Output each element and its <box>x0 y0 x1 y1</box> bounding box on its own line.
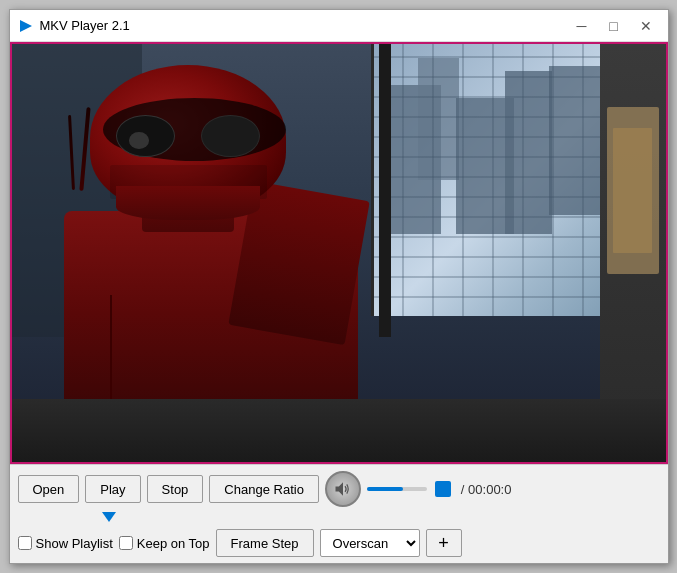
controls-row-1: Open Play Stop Change Ratio / 00:00:0 <box>18 471 660 507</box>
show-playlist-label[interactable]: Show Playlist <box>18 536 113 551</box>
overscan-dropdown[interactable]: Overscan Fit Stretch Original <box>320 529 420 557</box>
app-icon <box>18 18 34 34</box>
volume-icon <box>333 479 353 499</box>
minimize-button[interactable]: ─ <box>568 15 596 37</box>
change-ratio-button[interactable]: Change Ratio <box>209 475 319 503</box>
video-display[interactable] <box>10 42 668 464</box>
open-button[interactable]: Open <box>18 475 80 503</box>
seek-indicator-row <box>18 512 660 524</box>
maximize-button[interactable]: □ <box>600 15 628 37</box>
seek-arrow <box>102 512 116 522</box>
window-title: MKV Player 2.1 <box>40 18 568 33</box>
svg-marker-0 <box>20 20 32 32</box>
play-button[interactable]: Play <box>85 475 140 503</box>
keep-on-top-label[interactable]: Keep on Top <box>119 536 210 551</box>
video-content <box>12 44 666 462</box>
keep-on-top-checkbox[interactable] <box>119 536 133 550</box>
titlebar: MKV Player 2.1 ─ □ ✕ <box>10 10 668 42</box>
plus-button[interactable]: + <box>426 529 462 557</box>
controls-area: Open Play Stop Change Ratio / 00:00:0 <box>10 464 668 563</box>
controls-row-2: Show Playlist Keep on Top Frame Step Ove… <box>18 529 660 557</box>
show-playlist-text: Show Playlist <box>36 536 113 551</box>
frame-step-button[interactable]: Frame Step <box>216 529 314 557</box>
seek-fill <box>367 487 403 491</box>
close-button[interactable]: ✕ <box>632 15 660 37</box>
window-controls: ─ □ ✕ <box>568 15 660 37</box>
keep-on-top-text: Keep on Top <box>137 536 210 551</box>
position-marker <box>435 481 451 497</box>
seek-track[interactable] <box>367 487 427 491</box>
main-window: MKV Player 2.1 ─ □ ✕ <box>9 9 669 564</box>
time-display: / 00:00:0 <box>461 482 512 497</box>
svg-marker-1 <box>335 482 343 495</box>
show-playlist-checkbox[interactable] <box>18 536 32 550</box>
stop-button[interactable]: Stop <box>147 475 204 503</box>
volume-button[interactable] <box>325 471 361 507</box>
